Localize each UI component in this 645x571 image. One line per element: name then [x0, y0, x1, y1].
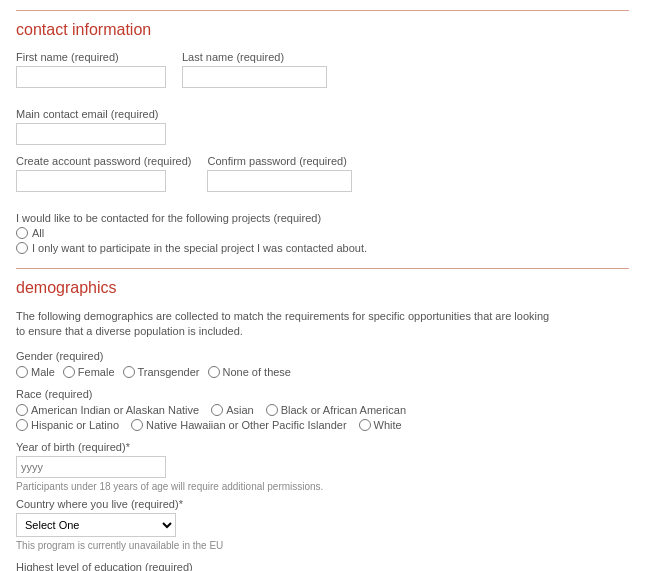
race-black-radio[interactable] — [266, 404, 278, 416]
race-nhpi-item: Native Hawaiian or Other Pacific Islande… — [131, 419, 347, 431]
gender-transgender-label: Transgender — [138, 366, 200, 378]
education-group: Highest level of education (required) Se… — [16, 561, 629, 571]
gender-none-item: None of these — [208, 366, 292, 378]
gender-female-label: Female — [78, 366, 115, 378]
projects-label: I would like to be contacted for the fol… — [16, 212, 629, 224]
projects-group: I would like to be contacted for the fol… — [16, 212, 629, 254]
last-name-input[interactable] — [182, 66, 327, 88]
race-white-radio[interactable] — [359, 419, 371, 431]
gender-male-item: Male — [16, 366, 55, 378]
year-of-birth-label: Year of birth (required)* — [16, 441, 629, 453]
gender-none-label: None of these — [223, 366, 292, 378]
demographics-description: The following demographics are collected… — [16, 309, 556, 340]
country-group: Country where you live (required)* Selec… — [16, 498, 629, 551]
race-row-2: Hispanic or Latino Native Hawaiian or Ot… — [16, 419, 629, 431]
page-container: contact information First name (required… — [0, 0, 645, 571]
gender-female-radio[interactable] — [63, 366, 75, 378]
race-hispanic-label: Hispanic or Latino — [31, 419, 119, 431]
race-white-label: White — [374, 419, 402, 431]
year-of-birth-group: Year of birth (required)* Participants u… — [16, 441, 629, 492]
gender-transgender-radio[interactable] — [123, 366, 135, 378]
race-label: Race (required) — [16, 388, 629, 400]
race-hispanic-radio[interactable] — [16, 419, 28, 431]
country-label: Country where you live (required)* — [16, 498, 629, 510]
race-row-1: American Indian or Alaskan Native Asian … — [16, 404, 629, 416]
name-row: First name (required) Last name (require… — [16, 51, 629, 98]
projects-radio-group: All I only want to participate in the sp… — [16, 227, 629, 254]
gender-label: Gender (required) — [16, 350, 629, 362]
race-nhpi-radio[interactable] — [131, 419, 143, 431]
email-group: Main contact email (required) — [16, 108, 629, 145]
race-aian-item: American Indian or Alaskan Native — [16, 404, 199, 416]
year-of-birth-input[interactable] — [16, 456, 166, 478]
gender-male-radio[interactable] — [16, 366, 28, 378]
gender-none-radio[interactable] — [208, 366, 220, 378]
race-asian-item: Asian — [211, 404, 254, 416]
race-hispanic-item: Hispanic or Latino — [16, 419, 119, 431]
gender-radios: Male Female Transgender None of these — [16, 366, 629, 378]
race-asian-label: Asian — [226, 404, 254, 416]
race-aian-label: American Indian or Alaskan Native — [31, 404, 199, 416]
gender-male-label: Male — [31, 366, 55, 378]
demographics-divider — [16, 268, 629, 269]
first-name-group: First name (required) — [16, 51, 166, 88]
projects-special-radio[interactable] — [16, 242, 28, 254]
last-name-label: Last name (required) — [182, 51, 327, 63]
email-label: Main contact email (required) — [16, 108, 629, 120]
education-label: Highest level of education (required) — [16, 561, 629, 571]
country-note: This program is currently unavailable in… — [16, 540, 629, 551]
password-input[interactable] — [16, 170, 166, 192]
password-row: Create account password (required) Confi… — [16, 155, 629, 202]
demographics-section: demographics The following demographics … — [16, 268, 629, 571]
race-black-item: Black or African American — [266, 404, 406, 416]
race-asian-radio[interactable] — [211, 404, 223, 416]
first-name-label: First name (required) — [16, 51, 166, 63]
gender-female-item: Female — [63, 366, 115, 378]
gender-group: Gender (required) Male Female Transgende… — [16, 350, 629, 378]
confirm-password-label: Confirm password (required) — [207, 155, 352, 167]
gender-transgender-item: Transgender — [123, 366, 200, 378]
email-input[interactable] — [16, 123, 166, 145]
race-group: Race (required) American Indian or Alask… — [16, 388, 629, 431]
last-name-group: Last name (required) — [182, 51, 327, 88]
confirm-password-group: Confirm password (required) — [207, 155, 352, 192]
country-select[interactable]: Select One — [16, 513, 176, 537]
race-nhpi-label: Native Hawaiian or Other Pacific Islande… — [146, 419, 347, 431]
projects-all-radio[interactable] — [16, 227, 28, 239]
race-white-item: White — [359, 419, 402, 431]
confirm-password-input[interactable] — [207, 170, 352, 192]
contact-divider — [16, 10, 629, 11]
projects-all-item: All — [16, 227, 629, 239]
projects-special-item: I only want to participate in the specia… — [16, 242, 629, 254]
password-group: Create account password (required) — [16, 155, 191, 192]
year-of-birth-note: Participants under 18 years of age will … — [16, 481, 629, 492]
demographics-section-title: demographics — [16, 279, 629, 297]
first-name-input[interactable] — [16, 66, 166, 88]
race-aian-radio[interactable] — [16, 404, 28, 416]
projects-all-label: All — [32, 227, 44, 239]
race-black-label: Black or African American — [281, 404, 406, 416]
race-grid: American Indian or Alaskan Native Asian … — [16, 404, 629, 431]
contact-section-title: contact information — [16, 21, 629, 39]
projects-special-label: I only want to participate in the specia… — [32, 242, 367, 254]
password-label: Create account password (required) — [16, 155, 191, 167]
